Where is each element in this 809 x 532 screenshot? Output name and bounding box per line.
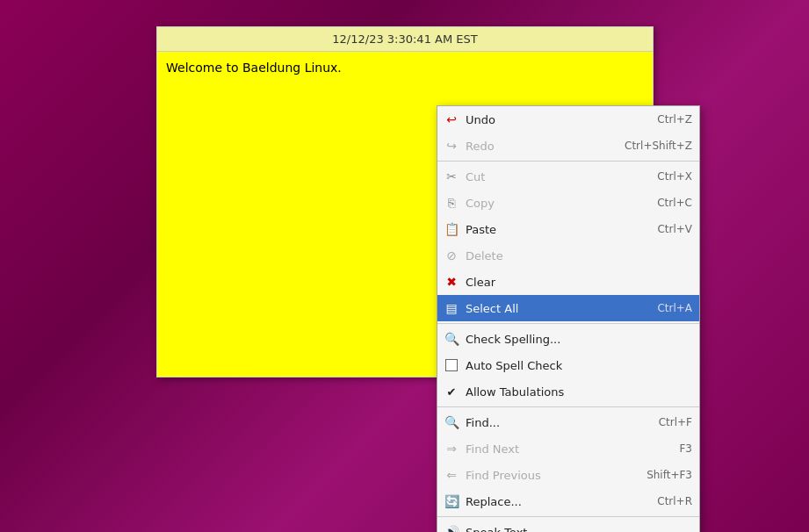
allowtab-check: ✔: [447, 385, 457, 399]
menu-item-speaktext[interactable]: 🔊 Speak Text: [437, 519, 699, 532]
menu-item-findprev[interactable]: ⇐ Find Previous Shift+F3: [437, 462, 699, 488]
menu-item-delete[interactable]: ⊘ Delete: [437, 242, 699, 269]
menu-label-speaktext: Speak Text: [466, 526, 675, 533]
menu-item-allowtab[interactable]: ✔ Allow Tabulations: [437, 378, 699, 405]
menu-shortcut-copy: Ctrl+C: [657, 197, 692, 209]
titlebar: 12/12/23 3:30:41 AM EST: [157, 27, 653, 52]
menu-item-find[interactable]: 🔍 Find... Ctrl+F: [437, 409, 699, 435]
findnext-icon: ⇒: [443, 440, 460, 457]
checkspelling-icon: 🔍: [443, 330, 460, 348]
menu-item-redo[interactable]: ↪ Redo Ctrl+Shift+Z: [437, 133, 699, 159]
allowtab-icon: ✔: [443, 383, 460, 400]
paste-icon: 📋: [443, 220, 460, 238]
menu-label-delete: Delete: [466, 249, 675, 262]
replace-icon: 🔄: [443, 492, 460, 510]
menu-label-allowtab: Allow Tabulations: [466, 385, 675, 399]
redo-icon: ↪: [443, 137, 460, 155]
menu-shortcut-selectall: Ctrl+A: [657, 302, 692, 314]
divider-1: [437, 161, 699, 162]
menu-shortcut-find: Ctrl+F: [659, 416, 692, 428]
speaktext-icon: 🔊: [443, 523, 460, 532]
window-title: 12/12/23 3:30:41 AM EST: [332, 32, 477, 46]
menu-shortcut-findnext: F3: [679, 442, 692, 455]
autospell-icon: [443, 356, 460, 374]
find-icon: 🔍: [443, 413, 460, 431]
findprev-icon: ⇐: [443, 466, 460, 484]
menu-label-cut: Cut: [466, 170, 639, 183]
menu-item-autospell[interactable]: Auto Spell Check: [437, 352, 699, 378]
menu-label-undo: Undo: [466, 113, 639, 126]
menu-item-checkspelling[interactable]: 🔍 Check Spelling...: [437, 326, 699, 352]
context-menu: ↩ Undo Ctrl+Z ↪ Redo Ctrl+Shift+Z ✂ Cut …: [437, 105, 700, 532]
menu-item-copy[interactable]: ⎘ Copy Ctrl+C: [437, 190, 699, 216]
divider-4: [437, 516, 699, 517]
menu-label-find: Find...: [466, 416, 641, 429]
menu-item-undo[interactable]: ↩ Undo Ctrl+Z: [437, 106, 699, 133]
menu-item-replace[interactable]: 🔄 Replace... Ctrl+R: [437, 488, 699, 514]
autospell-checkbox: [445, 359, 458, 371]
menu-label-findprev: Find Previous: [466, 469, 629, 482]
menu-shortcut-cut: Ctrl+X: [657, 170, 692, 183]
menu-item-cut[interactable]: ✂ Cut Ctrl+X: [437, 163, 699, 190]
delete-icon: ⊘: [443, 247, 460, 264]
menu-label-paste: Paste: [466, 223, 639, 236]
menu-label-autospell: Auto Spell Check: [466, 359, 675, 372]
menu-label-findnext: Find Next: [466, 442, 661, 456]
menu-shortcut-paste: Ctrl+V: [657, 223, 692, 235]
menu-shortcut-redo: Ctrl+Shift+Z: [625, 140, 692, 152]
divider-3: [437, 406, 699, 407]
cut-icon: ✂: [443, 168, 460, 185]
menu-label-checkspelling: Check Spelling...: [466, 333, 675, 346]
menu-item-clear[interactable]: ✖ Clear: [437, 269, 699, 295]
menu-shortcut-replace: Ctrl+R: [657, 495, 692, 507]
menu-item-paste[interactable]: 📋 Paste Ctrl+V: [437, 216, 699, 242]
copy-icon: ⎘: [443, 194, 460, 212]
editor-text: Welcome to Baeldung Linux.: [166, 61, 342, 75]
divider-2: [437, 323, 699, 324]
menu-shortcut-findprev: Shift+F3: [646, 469, 692, 481]
clear-icon: ✖: [443, 273, 460, 291]
menu-label-selectall: Select All: [466, 302, 639, 315]
menu-label-redo: Redo: [466, 140, 607, 153]
menu-shortcut-undo: Ctrl+Z: [657, 113, 692, 126]
undo-icon: ↩: [443, 111, 460, 128]
menu-label-copy: Copy: [466, 197, 639, 210]
menu-item-selectall[interactable]: ▤ Select All Ctrl+A: [437, 295, 699, 321]
editor-content[interactable]: Welcome to Baeldung Linux.: [157, 52, 653, 83]
menu-label-clear: Clear: [466, 276, 675, 289]
menu-label-replace: Replace...: [466, 495, 639, 508]
menu-item-findnext[interactable]: ⇒ Find Next F3: [437, 435, 699, 462]
selectall-icon: ▤: [443, 299, 460, 317]
